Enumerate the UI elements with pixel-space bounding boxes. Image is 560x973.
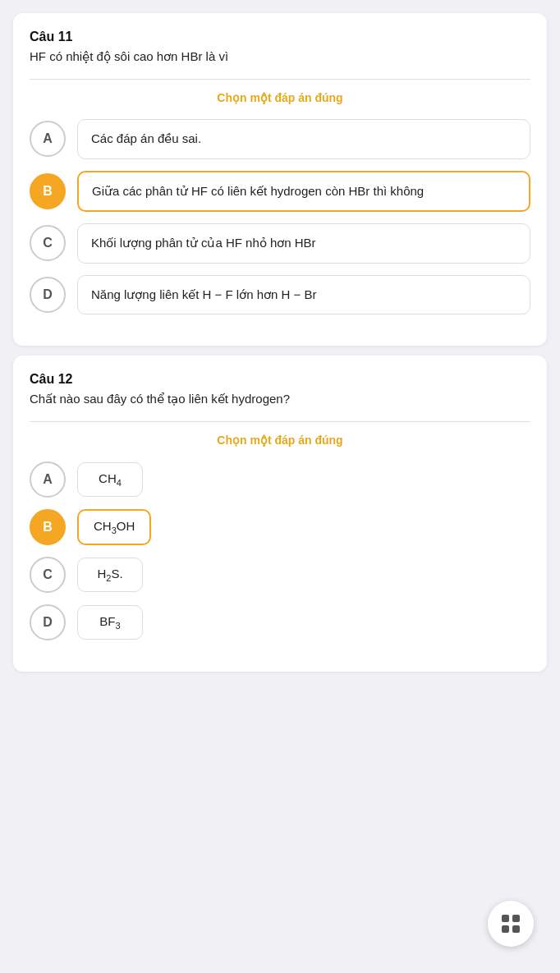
grid-cell-3: [502, 925, 509, 933]
subscript-2: 2: [106, 573, 111, 583]
question-11-text: HF có nhiệt độ sôi cao hơn HBr là vì: [30, 49, 530, 64]
question-12-number: Câu 12: [30, 372, 530, 387]
option-circle-11-b[interactable]: B: [30, 173, 66, 209]
fab-grid-icon: [502, 915, 520, 933]
option-12-d[interactable]: D BF3: [30, 604, 530, 640]
question-12-text: Chất nào sau đây có thể tạo liên kết hyd…: [30, 392, 530, 406]
option-circle-12-b[interactable]: B: [30, 509, 66, 545]
question-12-card: Câu 12 Chất nào sau đây có thể tạo liên …: [13, 356, 547, 672]
choose-label-12: Chọn một đáp án đúng: [30, 434, 530, 447]
option-box-11-c[interactable]: Khối lượng phân tử của HF nhỏ hơn HBr: [77, 223, 530, 264]
option-box-12-b[interactable]: CH3OH: [77, 509, 151, 545]
divider-11: [30, 79, 530, 80]
option-circle-11-a[interactable]: A: [30, 121, 66, 157]
option-circle-11-c[interactable]: C: [30, 225, 66, 261]
option-12-c[interactable]: C H2S.: [30, 557, 530, 593]
option-box-11-d[interactable]: Năng lượng liên kết H − F lớn hơn H − Br: [77, 275, 530, 315]
option-box-12-d[interactable]: BF3: [77, 605, 143, 640]
subscript-3: 3: [116, 621, 121, 631]
question-11-card: Câu 11 HF có nhiệt độ sôi cao hơn HBr là…: [13, 13, 547, 346]
option-11-a[interactable]: A Các đáp án đều sai.: [30, 119, 530, 159]
option-12-b[interactable]: B CH3OH: [30, 509, 530, 545]
grid-cell-1: [502, 915, 509, 922]
subscript-3: 3: [112, 526, 117, 535]
grid-cell-4: [512, 925, 520, 933]
option-11-b[interactable]: B Giữa các phân tử HF có liên kết hydrog…: [30, 171, 530, 213]
option-11-c[interactable]: C Khối lượng phân tử của HF nhỏ hơn HBr: [30, 223, 530, 264]
option-box-11-a[interactable]: Các đáp án đều sai.: [77, 119, 530, 159]
option-12-a[interactable]: A CH4: [30, 461, 530, 498]
option-box-12-a[interactable]: CH4: [77, 462, 143, 497]
option-box-12-c[interactable]: H2S.: [77, 558, 143, 592]
subscript-4: 4: [117, 478, 122, 488]
question-11-number: Câu 11: [30, 30, 530, 44]
choose-label-11: Chọn một đáp án đúng: [30, 91, 530, 104]
divider-12: [30, 421, 530, 422]
fab-grid-button[interactable]: [488, 901, 534, 947]
option-box-11-b[interactable]: Giữa các phân tử HF có liên kết hydrogen…: [77, 171, 530, 213]
option-circle-11-d[interactable]: D: [30, 277, 66, 313]
option-circle-12-c[interactable]: C: [30, 557, 66, 593]
option-circle-12-a[interactable]: A: [30, 461, 66, 498]
option-circle-12-d[interactable]: D: [30, 604, 66, 640]
grid-cell-2: [512, 915, 520, 922]
option-11-d[interactable]: D Năng lượng liên kết H − F lớn hơn H − …: [30, 275, 530, 315]
